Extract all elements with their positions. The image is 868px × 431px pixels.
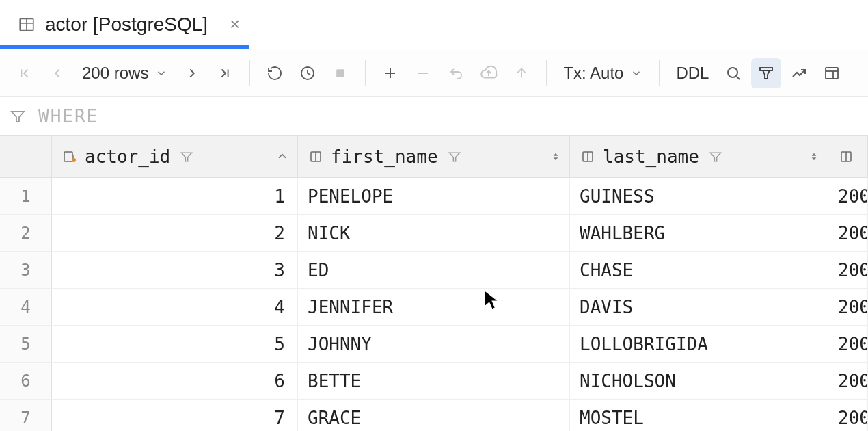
column-icon [838,148,854,165]
table-body: 11PENELOPEGUINESS20022NICKWAHLBERG20033E… [0,178,868,431]
filter-view-button[interactable] [751,58,781,88]
add-row-button[interactable] [375,58,405,88]
table-row[interactable]: 22NICKWAHLBERG200 [0,215,868,252]
column-header-truncated[interactable] [828,136,868,177]
tx-label: Tx: Auto [563,64,623,83]
cell-truncated[interactable]: 200 [828,215,868,251]
cell-first-name[interactable]: PENELOPE [298,178,570,214]
history-button[interactable] [293,58,323,88]
tab-title: actor [PostgreSQL] [45,14,208,36]
tab-actor[interactable]: actor [PostgreSQL] × [0,0,255,49]
cell-last-name[interactable]: WAHLBERG [570,215,828,251]
row-number: 1 [0,178,52,214]
filter-icon[interactable] [709,150,722,164]
cell-first-name[interactable]: GRACE [298,400,570,431]
column-header-first-name[interactable]: first_name [298,136,570,177]
editor-tabbar: actor [PostgreSQL] × [0,0,868,49]
table-row[interactable]: 33EDCHASE200 [0,252,868,289]
cell-last-name[interactable]: LOLLOBRIGIDA [570,326,828,362]
row-number: 3 [0,252,52,288]
cell-last-name[interactable]: CHASE [570,252,828,288]
tx-mode-dropdown[interactable]: Tx: Auto [556,64,649,83]
svg-marker-18 [12,112,24,122]
where-label: WHERE [38,106,98,127]
cell-truncated[interactable]: 200 [828,363,868,399]
search-button[interactable] [718,58,748,88]
column-header-last-name[interactable]: last_name [570,136,828,177]
next-page-button[interactable] [177,58,207,88]
cell-first-name[interactable]: NICK [298,215,570,251]
chart-view-button[interactable] [784,58,814,88]
table-header: actor_id first_name last_name [0,135,868,178]
separator [659,60,660,86]
table-row[interactable]: 55JOHNNYLOLLOBRIGIDA200 [0,326,868,363]
cell-first-name[interactable]: JOHNNY [298,326,570,362]
layout-button[interactable] [817,58,847,88]
column-icon [580,148,596,165]
cell-actor-id[interactable]: 5 [52,326,298,362]
row-number: 2 [0,215,52,251]
filter-icon [10,108,26,125]
cell-truncated[interactable]: 200 [828,252,868,288]
sort-asc-icon[interactable] [275,150,289,164]
svg-marker-22 [182,153,192,161]
column-header-actor-id[interactable]: actor_id [52,136,298,177]
table-row[interactable]: 66BETTENICHOLSON200 [0,363,868,400]
cell-actor-id[interactable]: 6 [52,363,298,399]
sort-toggle-icon[interactable] [550,150,561,164]
cell-last-name[interactable]: NICHOLSON [570,363,828,399]
cell-actor-id[interactable]: 1 [52,178,298,214]
svg-point-20 [72,159,75,161]
cell-actor-id[interactable]: 7 [52,400,298,431]
row-number-header [0,136,52,177]
close-icon[interactable]: × [230,14,240,35]
cell-first-name[interactable]: JENNIFER [298,289,570,325]
revert-button[interactable] [441,58,471,88]
rows-dropdown[interactable]: 200 rows [75,64,174,83]
row-number: 5 [0,326,52,362]
table-row[interactable]: 11PENELOPEGUINESS200 [0,178,868,215]
sort-toggle-icon[interactable] [809,150,819,164]
key-column-icon [62,148,78,165]
separator [249,60,250,86]
cell-last-name[interactable]: DAVIS [570,289,828,325]
prev-page-button[interactable] [42,58,72,88]
submit-button[interactable] [506,58,537,88]
filter-icon[interactable] [180,150,193,164]
cell-truncated[interactable]: 200 [828,178,868,214]
cell-truncated[interactable]: 200 [828,400,868,431]
svg-rect-15 [826,68,838,79]
remove-row-button[interactable] [408,58,438,88]
column-icon [308,148,324,165]
cell-actor-id[interactable]: 4 [52,289,298,325]
cell-last-name[interactable]: GUINESS [570,178,828,214]
column-name: first_name [331,146,438,167]
cell-truncated[interactable]: 200 [828,326,868,362]
ddl-button[interactable]: DDL [669,64,716,83]
svg-marker-25 [449,153,459,161]
last-page-button[interactable] [210,58,240,88]
table-row[interactable]: 44JENNIFERDAVIS200 [0,289,868,326]
chevron-down-icon [630,67,642,79]
cell-actor-id[interactable]: 2 [52,215,298,251]
svg-marker-31 [812,153,817,156]
cell-first-name[interactable]: ED [298,252,570,288]
toolbar: 200 rows Tx: Auto [0,49,868,97]
table-row[interactable]: 77GRACEMOSTEL200 [0,400,868,431]
where-filter-bar[interactable]: WHERE [0,97,868,135]
separator [365,60,366,86]
commit-cloud-button[interactable] [474,58,504,88]
separator [546,60,547,86]
ddl-label: DDL [676,64,709,82]
cell-actor-id[interactable]: 3 [52,252,298,288]
chevron-down-icon [155,67,167,79]
cell-last-name[interactable]: MOSTEL [570,400,828,431]
filter-icon[interactable] [448,150,461,164]
first-page-button[interactable] [10,58,40,88]
svg-marker-14 [763,70,770,79]
stop-button[interactable] [325,58,355,88]
cell-first-name[interactable]: BETTE [298,363,570,399]
cell-truncated[interactable]: 200 [828,289,868,325]
table-icon [18,16,36,34]
reload-button[interactable] [260,58,290,88]
